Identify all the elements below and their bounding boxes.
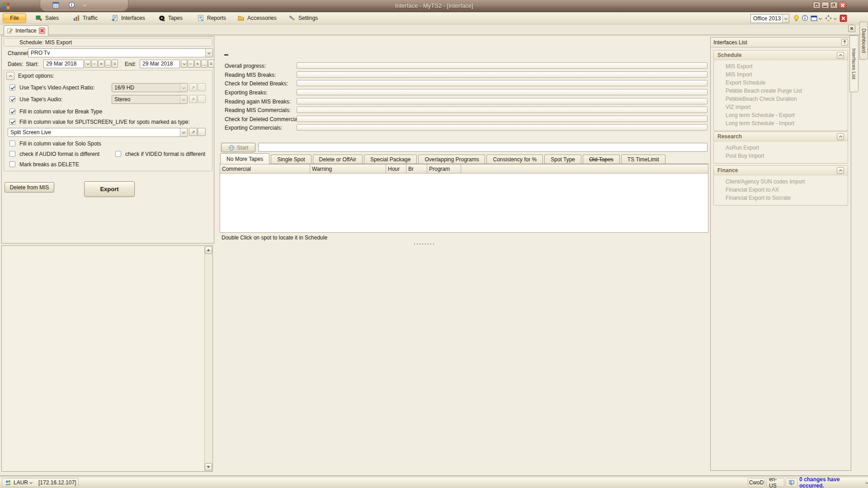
about-info-icon[interactable] [801,14,809,22]
exit-red-icon[interactable] [840,14,847,22]
splitscreen-type-select[interactable]: Split Screen Live [8,128,188,137]
scroll-down-icon[interactable] [205,463,212,471]
audio-select[interactable]: Stereo [112,95,188,104]
status-segment-session[interactable] [786,478,797,487]
audio-checkbox[interactable] [9,96,15,102]
splitscreen-type-arrow-icon[interactable] [180,128,187,136]
group-finance-header[interactable]: Finance [714,166,848,175]
result-tab-no-more-tapes[interactable]: No More Tapes [220,153,269,164]
group-research-collapse-icon[interactable] [837,133,844,140]
restore-button[interactable] [830,2,838,9]
result-tab-single-spot[interactable]: Single Spot [271,155,311,164]
menu-reports[interactable]: Reports [194,12,229,24]
menu-interfaces[interactable]: Interfaces [108,12,148,24]
close-button[interactable] [839,2,846,9]
group-research-header[interactable]: Research [714,132,848,141]
end-date-plus-button[interactable]: + [194,60,201,68]
status-segment-cwod[interactable]: CwoD [748,478,765,487]
list-item[interactable]: Long term Schedule - Export [714,111,848,119]
user-segment[interactable]: LAUR [172.16.12.107] [2,478,79,487]
list-item[interactable]: Financial Export to AX [714,186,848,194]
export-button[interactable]: Export [84,181,135,197]
end-date-minus-button[interactable]: − [188,60,194,68]
menu-sales[interactable]: Sales [33,12,61,24]
result-tab-special-package[interactable]: Special Package [364,155,417,164]
end-date-equals-button[interactable]: = [208,60,214,68]
tips-bulb-icon[interactable] [793,14,800,22]
result-tab-delete-or-offair[interactable]: Delete or OffAir [313,155,363,164]
audio-arrow-icon[interactable] [180,95,187,103]
navigate-arrows-icon[interactable] [825,14,832,22]
solo-spots-checkbox[interactable] [9,141,15,146]
column-header-warning[interactable]: Warning [310,164,386,174]
start-date-field[interactable]: 29 Mar 2018 [43,60,84,68]
results-table-body[interactable] [220,174,708,233]
video-aspect-open-button[interactable]: ↗ [189,83,197,91]
dock-close-icon[interactable] [848,25,855,32]
export-log-field[interactable] [258,143,708,152]
side-tab-interfaces-list[interactable]: Interfaces List [849,35,859,92]
list-item[interactable]: MIS Export [714,62,848,70]
video-aspect-arrow-icon[interactable] [180,84,187,92]
result-tab-spot-type[interactable]: Spot Type [544,155,581,164]
result-tab-overlapping-programs[interactable]: Overlapping Programs [418,155,485,164]
column-header-commercial[interactable]: Commercial [220,164,310,174]
menu-tapes[interactable]: Tapes [156,12,185,24]
list-item[interactable]: Long term Schedule - Import [714,119,848,127]
minimize-button[interactable] [821,2,829,9]
list-item[interactable]: MIS Import [714,70,848,79]
end-date-more-button[interactable]: ... [201,60,208,68]
windows-layout-icon[interactable] [810,14,818,22]
channel-select[interactable]: PRO Tv [28,48,213,57]
group-finance-collapse-icon[interactable] [837,167,844,174]
side-tab-dashboard[interactable]: Dashboard [859,22,868,60]
column-header-hour[interactable]: Hour [386,164,406,174]
result-tab-old-tapes[interactable]: Old Tapes [583,155,620,164]
splitter-handle[interactable] [414,243,435,245]
theme-select[interactable]: Office 2013 [750,14,789,23]
splitscreen-checkbox[interactable] [9,119,15,125]
scroll-up-icon[interactable] [205,246,212,254]
start-date-minus-button[interactable]: − [91,60,98,68]
start-date-dropdown-icon[interactable] [85,60,91,68]
end-date-dropdown-icon[interactable] [181,60,187,68]
list-item[interactable]: Financial Export to Socrate [714,194,848,202]
audio-open-button[interactable]: ↗ [189,95,197,103]
column-header-br[interactable]: Br [406,164,427,174]
group-schedule-collapse-icon[interactable] [837,52,844,59]
window-size-button[interactable] [813,2,821,9]
menu-file[interactable]: File [3,13,26,23]
changes-chevron-icon[interactable] [865,481,868,484]
audio-diff-checkbox[interactable] [9,151,15,157]
export-options-collapse-icon[interactable] [6,72,14,80]
menu-accessories[interactable]: Accessories [235,12,279,24]
list-item[interactable]: Post Buy Import [714,152,848,160]
pin-icon[interactable] [841,39,848,46]
result-tab-ts-timelimit[interactable]: TS TimeLimit [621,155,665,164]
menu-traffic[interactable]: Traffic [70,12,100,24]
group-schedule-header[interactable]: Schedule [714,51,848,60]
mark-delete-checkbox[interactable] [9,161,15,167]
user-dropdown-chevron-icon[interactable] [29,480,33,483]
navigate-arrows-chevron-icon[interactable] [834,17,837,20]
splitscreen-open-button[interactable]: ↗ [189,128,197,136]
video-diff-checkbox[interactable] [115,151,121,157]
video-aspect-extra-button[interactable] [198,83,206,91]
theme-select-arrow-icon[interactable] [782,14,789,23]
start-date-plus-button[interactable]: + [98,60,104,68]
tab-close-icon[interactable] [39,28,45,34]
left-panel-scrollbar[interactable] [204,246,212,471]
list-item[interactable]: Export Schedule [714,79,848,87]
video-aspect-select[interactable]: 16/9 HD [112,83,188,92]
break-type-checkbox[interactable] [9,108,15,114]
splitscreen-extra-button[interactable] [198,128,206,136]
changes-status[interactable]: 0 changes have occurred. [799,477,868,488]
audio-extra-button[interactable] [198,95,206,103]
start-date-equals-button[interactable]: = [112,60,118,68]
windows-layout-chevron-icon[interactable] [819,17,822,20]
end-date-field[interactable]: 29 Mar 2018 [140,60,180,68]
list-item[interactable]: VIZ import [714,103,848,111]
delete-from-mis-button[interactable]: Delete from MIS [5,182,54,192]
video-aspect-checkbox[interactable] [9,84,15,90]
list-item[interactable]: AsRun Export [714,144,848,152]
